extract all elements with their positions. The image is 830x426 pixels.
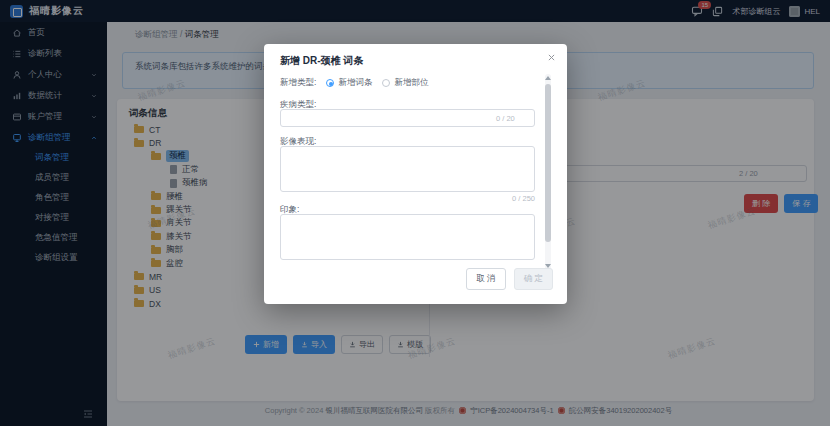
- radio-icon: [382, 79, 390, 87]
- modal-footer: 取 消 确 定: [466, 268, 553, 290]
- modal-scrollbar[interactable]: [545, 74, 551, 270]
- radio-new-part-label: 新增部位: [394, 77, 428, 89]
- scrollbar-thumb[interactable]: [545, 84, 551, 242]
- app-screen: 福晴影像云 15 术部诊断组云 HEL: [0, 0, 830, 426]
- radio-new-part[interactable]: 新增部位: [382, 77, 428, 89]
- radio-new-term[interactable]: 新增词条: [326, 77, 372, 89]
- imaging-findings-textarea[interactable]: [280, 146, 535, 192]
- cancel-button[interactable]: 取 消: [466, 268, 505, 290]
- confirm-button[interactable]: 确 定: [514, 268, 553, 290]
- add-term-modal: 新增 DR-颈椎 词条 新增类型: 新增词条 新增部位 疾病类型: 0 / 20…: [264, 44, 567, 304]
- radio-new-term-label: 新增词条: [338, 77, 372, 89]
- add-type-row: 新增类型: 新增词条 新增部位: [280, 77, 428, 89]
- add-type-label: 新增类型:: [280, 77, 316, 89]
- radio-icon: [326, 79, 334, 87]
- scroll-up-icon[interactable]: [545, 76, 551, 80]
- imaging-findings-counter: 0 / 250: [280, 194, 535, 203]
- impression-textarea[interactable]: [280, 214, 535, 260]
- modal-title: 新增 DR-颈椎 词条: [280, 54, 363, 68]
- close-icon[interactable]: [547, 53, 556, 62]
- disease-type-counter: 0 / 20: [496, 114, 515, 123]
